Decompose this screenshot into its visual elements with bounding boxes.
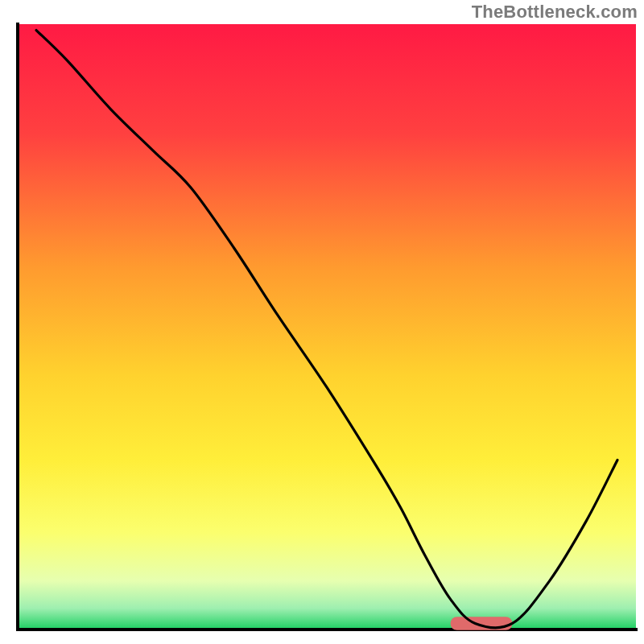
- bottleneck-chart: [0, 0, 644, 644]
- chart-frame: TheBottleneck.com: [0, 0, 644, 644]
- watermark-text: TheBottleneck.com: [472, 2, 638, 23]
- plot-background: [18, 24, 636, 630]
